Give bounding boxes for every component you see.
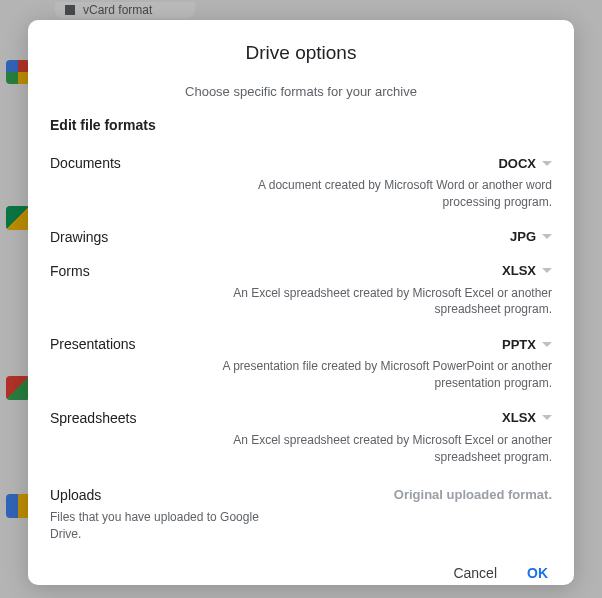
label-uploads: Uploads xyxy=(50,487,280,503)
ok-button[interactable]: OK xyxy=(523,559,552,587)
sub-uploads: Files that you have uploaded to Google D… xyxy=(50,509,280,543)
selector-forms[interactable]: XLSX xyxy=(502,263,552,278)
label-spreadsheets: Spreadsheets xyxy=(50,410,136,426)
label-presentations: Presentations xyxy=(50,336,136,352)
chevron-down-icon xyxy=(542,234,552,239)
selector-drawings[interactable]: JPG xyxy=(510,229,552,244)
desc-forms: An Excel spreadsheet created by Microsof… xyxy=(220,285,552,319)
dialog-subtitle: Choose specific formats for your archive xyxy=(50,84,552,99)
selector-documents[interactable]: DOCX xyxy=(498,156,552,171)
selector-presentations[interactable]: PPTX xyxy=(502,337,552,352)
section-heading: Edit file formats xyxy=(50,117,552,133)
value-documents: DOCX xyxy=(498,156,536,171)
label-documents: Documents xyxy=(50,155,121,171)
chevron-down-icon xyxy=(542,161,552,166)
desc-documents: A document created by Microsoft Word or … xyxy=(220,177,552,211)
desc-spreadsheets: An Excel spreadsheet created by Microsof… xyxy=(220,432,552,466)
chevron-down-icon xyxy=(542,415,552,420)
value-drawings: JPG xyxy=(510,229,536,244)
row-spreadsheets: Spreadsheets XLSX An Excel spreadsheet c… xyxy=(50,400,552,474)
dialog-actions: Cancel OK xyxy=(50,543,552,587)
drive-options-dialog: Drive options Choose specific formats fo… xyxy=(28,20,574,585)
dialog-title: Drive options xyxy=(50,42,552,64)
row-uploads: Uploads Files that you have uploaded to … xyxy=(50,473,552,543)
row-drawings: Drawings JPG xyxy=(50,219,552,253)
label-forms: Forms xyxy=(50,263,90,279)
value-presentations: PPTX xyxy=(502,337,536,352)
chevron-down-icon xyxy=(542,268,552,273)
row-documents: Documents DOCX A document created by Mic… xyxy=(50,145,552,219)
value-spreadsheets: XLSX xyxy=(502,410,536,425)
uploads-format: Original uploaded format. xyxy=(394,487,552,502)
label-drawings: Drawings xyxy=(50,229,108,245)
chevron-down-icon xyxy=(542,342,552,347)
cancel-button[interactable]: Cancel xyxy=(449,559,501,587)
value-forms: XLSX xyxy=(502,263,536,278)
desc-presentations: A presentation file created by Microsoft… xyxy=(220,358,552,392)
row-presentations: Presentations PPTX A presentation file c… xyxy=(50,326,552,400)
row-forms: Forms XLSX An Excel spreadsheet created … xyxy=(50,253,552,327)
selector-spreadsheets[interactable]: XLSX xyxy=(502,410,552,425)
